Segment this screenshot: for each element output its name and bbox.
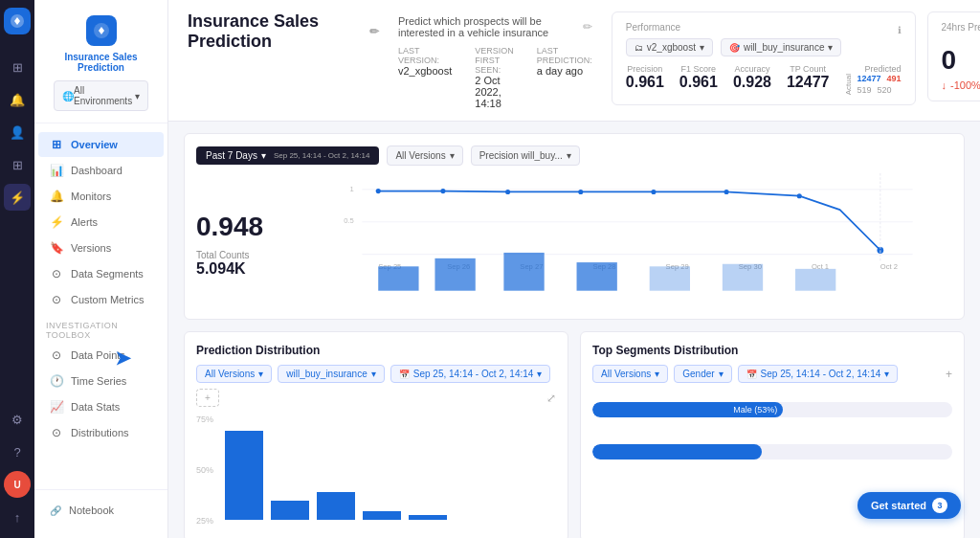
nav-item-monitors[interactable]: 🔔 Monitors — [38, 184, 164, 209]
svg-rect-30 — [795, 269, 835, 291]
svg-point-16 — [440, 189, 445, 193]
nav-item-data-points[interactable]: ⊙ Data Points ➤ — [38, 343, 164, 368]
brand-icon[interactable] — [4, 8, 31, 34]
versions-dropdown[interactable]: All Versions ▾ — [387, 146, 462, 166]
svg-text:0.5: 0.5 — [344, 216, 354, 225]
nav-item-data-stats[interactable]: 📈 Data Stats — [38, 394, 164, 419]
last-prediction: Last Prediction: a day ago — [537, 46, 592, 109]
seg-expand-icon[interactable]: + — [946, 368, 952, 381]
lightning-icon[interactable]: ⚡ — [4, 184, 31, 211]
total-counts-label: Total Counts — [196, 250, 311, 260]
metric-dropdown[interactable]: Precision will_buy... ▾ — [471, 146, 580, 166]
home-icon[interactable]: ⊞ — [4, 54, 31, 80]
title-edit-icon[interactable]: ✏ — [369, 25, 379, 38]
line-chart: 1 0.5 Sep 25 Sep 26 Sep 27 Sep 28 Sep 29… — [323, 173, 952, 279]
seg-segment-filter[interactable]: Gender ▾ — [674, 365, 731, 383]
pred-target-filter[interactable]: will_buy_insurance ▾ — [278, 365, 385, 383]
desc-edit-icon[interactable]: ✏ — [583, 20, 592, 34]
nav-item-notebook[interactable]: 🔗 Notebook — [38, 499, 164, 522]
confusion-matrix: Predicted Actual 12477 491 519 520 — [844, 64, 901, 95]
arrow-pointer: ➤ — [115, 347, 131, 370]
model-selector[interactable]: 🗂 v2_xgboost ▾ — [626, 38, 713, 56]
perf-info-icon[interactable]: ℹ — [898, 25, 902, 35]
nav-item-dashboard[interactable]: 📊 Dashboard — [38, 158, 164, 183]
version-info: Last Version: v2_xgboost Version First S… — [398, 46, 592, 109]
big-metric-value: 0.948 — [196, 212, 311, 242]
female-bar-fill — [592, 444, 762, 460]
avatar-icon[interactable]: U — [4, 471, 31, 498]
main-content: Insurance Sales Prediction ✏ Predict whi… — [168, 0, 980, 538]
bell-icon[interactable]: 🔔 — [4, 86, 31, 113]
top-segments-title: Top Segments Distribution — [592, 344, 952, 357]
female-bar-track — [592, 444, 952, 460]
bar-chart-area: 75% 50% 25% — [196, 415, 556, 529]
nav-item-overview[interactable]: ⊞ Overview — [38, 132, 164, 157]
description-area: Predict which prospects will be interest… — [398, 15, 592, 109]
nav-item-versions[interactable]: 🔖 Versions — [38, 235, 164, 260]
sidebar-header: Insurance Sales Prediction 🌐 All Environ… — [34, 8, 167, 123]
add-filter-button[interactable]: + — [196, 389, 219, 407]
bar-chart-inner — [225, 415, 556, 520]
bar-1 — [271, 501, 309, 520]
content-area: Past 7 Days ▾ Sep 25, 14:14 - Oct 2, 14:… — [168, 122, 980, 538]
env-selector[interactable]: 🌐 All Environments ▾ — [54, 80, 148, 111]
monitors-icon: 🔔 — [50, 190, 63, 203]
bar-2 — [317, 492, 355, 520]
last-version: Last Version: v2_xgboost — [398, 46, 452, 109]
svg-rect-29 — [723, 264, 763, 291]
bar-4 — [409, 515, 447, 521]
bar-0 — [225, 431, 263, 521]
seg-date-filter[interactable]: 📅 Sep 25, 14:14 - Oct 2, 14:14 ▾ — [738, 365, 899, 383]
data-segments-icon: ⊙ — [50, 267, 63, 280]
section-label: Investigation Toolbox — [34, 313, 167, 342]
sidebar: Insurance Sales Prediction 🌐 All Environ… — [34, 0, 168, 538]
grid-icon[interactable]: ⊞ — [4, 151, 31, 178]
total-counts-value: 5.094K — [196, 260, 311, 278]
bar-3 — [363, 511, 401, 520]
predictions-card: 24hrs Predictions ↘ 0 ↓ -100% Last Day — [927, 11, 981, 101]
page-title: Insurance Sales Prediction ✏ — [188, 11, 379, 52]
female-bar-row — [592, 444, 952, 460]
seg-versions-filter[interactable]: All Versions ▾ — [592, 365, 668, 383]
svg-rect-27 — [577, 262, 617, 291]
settings-icon[interactable]: ⚙ — [4, 406, 31, 433]
pred-date-filter[interactable]: 📅 Sep 25, 14:14 - Oct 2, 14:14 ▾ — [390, 365, 551, 383]
nav-item-distributions[interactable]: ⊙ Distributions — [38, 420, 164, 445]
svg-rect-28 — [650, 266, 690, 290]
nav-item-alerts[interactable]: ⚡ Alerts — [38, 210, 164, 235]
help-icon[interactable]: ? — [4, 438, 31, 465]
custom-metrics-icon: ⊙ — [50, 293, 63, 306]
target-selector[interactable]: 🎯 will_buy_insurance ▾ — [721, 38, 842, 56]
svg-point-18 — [578, 190, 583, 194]
nav-item-custom-metrics[interactable]: ⊙ Custom Metrics — [38, 287, 164, 312]
nav-item-time-series[interactable]: 🕐 Time Series — [38, 369, 164, 393]
predictions-title: 24hrs Predictions ↘ — [942, 22, 981, 37]
data-points-icon: ⊙ — [50, 348, 63, 362]
icon-rail: ⊞ 🔔 👤 ⊞ ⚡ ⚙ ? U ↑ — [0, 0, 34, 538]
pred-versions-filter[interactable]: All Versions ▾ — [196, 365, 272, 383]
versions-icon: 🔖 — [50, 241, 63, 255]
version-first-seen: Version First Seen: 2 Oct 2022, 14:18 — [475, 46, 514, 109]
svg-rect-24 — [378, 266, 418, 290]
svg-text:Oct 2: Oct 2 — [880, 262, 898, 271]
tp-metric: TP Count 12477 — [787, 64, 830, 91]
svg-rect-25 — [434, 258, 475, 291]
user-icon[interactable]: 👤 — [4, 119, 31, 146]
data-stats-icon: 📈 — [50, 400, 63, 414]
top-segments-filters: All Versions ▾ Gender ▾ 📅 Sep 25, 14:14 … — [592, 365, 952, 383]
get-started-badge: 3 — [932, 498, 947, 513]
nav-item-data-segments[interactable]: ⊙ Data Segments — [38, 261, 164, 286]
pred-dist-title: Prediction Distribution — [196, 344, 556, 357]
horizontal-bars: Male (53%) — [592, 391, 952, 460]
predictions-value: 0 — [942, 45, 981, 76]
expand-icon[interactable]: ⤢ — [546, 392, 556, 405]
male-bar-row: Male (53%) — [592, 402, 952, 417]
upload-icon[interactable]: ↑ — [4, 504, 31, 530]
get-started-button[interactable]: Get started 3 — [858, 492, 961, 519]
perf-metrics: Precision 0.961 F1 Score 0.961 Accuracy … — [626, 64, 902, 95]
y-label-25: 25% — [196, 516, 213, 526]
alerts-icon: ⚡ — [50, 215, 63, 229]
date-range-selector[interactable]: Past 7 Days ▾ Sep 25, 14:14 - Oct 2, 14:… — [196, 146, 379, 165]
predictions-change: ↓ -100% Last Day — [942, 79, 981, 91]
matrix-cell-tp: 12477 — [857, 74, 880, 83]
